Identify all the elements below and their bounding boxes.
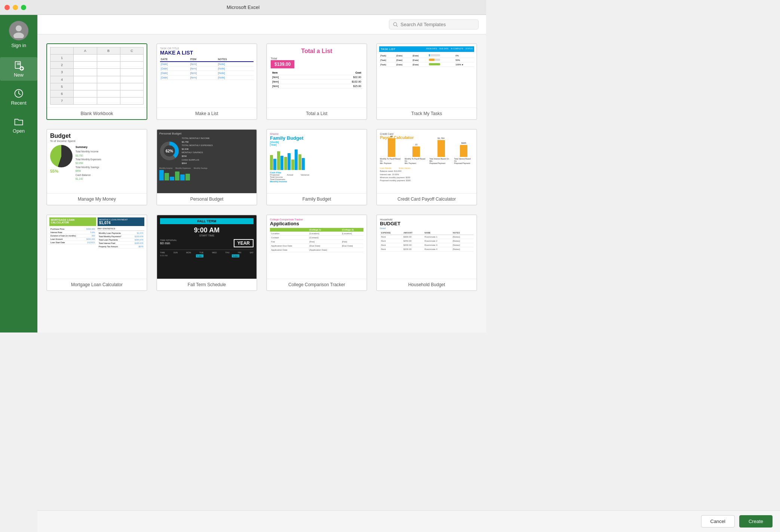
template-thumbnail-college: College Comparison Tracker Applications …	[267, 215, 366, 279]
minimize-button[interactable]	[13, 5, 18, 10]
template-thumbnail-family-budget: Shared Family Budget [Month][Year]	[267, 130, 366, 193]
search-box[interactable]	[389, 19, 479, 30]
credit-card-preview: Credit Card Payoff Calculator 40 Monthly…	[377, 130, 476, 193]
college-preview: College Comparison Tracker Applications …	[267, 215, 366, 279]
main-content: ABC 1 2 3 4 5 6 7 Blank Workbook	[37, 15, 486, 332]
open-icon	[13, 116, 24, 127]
template-thumbnail-credit-card: Credit Card Payoff Calculator 40 Monthly…	[377, 130, 476, 193]
template-thumbnail-make-list: TASK OR TITLE MAKE A LIST DATEITEMNOTES …	[157, 44, 257, 108]
blank-wb-preview: ABC 1 2 3 4 5 6 7	[47, 44, 147, 108]
title-bar: Microsoft Excel	[0, 0, 486, 15]
close-button[interactable]	[4, 5, 10, 10]
template-label-household: Household Budget	[377, 279, 476, 290]
template-label-fall-term: Fall Term Schedule	[157, 279, 257, 290]
svg-point-1	[13, 33, 24, 38]
sign-in-link[interactable]: Sign in	[11, 43, 26, 48]
template-thumbnail-household: Household BUDGET Detail EXPENSEAMOUNTNAM…	[377, 215, 476, 279]
svg-point-9	[393, 22, 397, 26]
template-thumbnail-track-tasks: TASK LIST FROM DATEDUE DATE% COMPLETESTA…	[377, 44, 476, 108]
manage-money-preview: Budget % of Income Spent 55% Summary Tot…	[47, 130, 147, 193]
sidebar-recent-label: Recent	[11, 100, 26, 106]
user-icon	[11, 23, 26, 38]
template-card-total-a-list[interactable]: Total a List Total $139.00 ItemCost [Ite…	[266, 43, 367, 120]
pie-chart	[50, 145, 73, 167]
template-card-fall-term[interactable]: FALL TERM 9:00 AM START TIME TIME INTERV…	[156, 214, 257, 291]
template-label-college: College Comparison Tracker	[267, 279, 366, 290]
template-card-make-a-list[interactable]: TASK OR TITLE MAKE A LIST DATEITEMNOTES …	[156, 43, 257, 120]
svg-text:62%: 62%	[166, 149, 173, 153]
avatar	[9, 21, 28, 40]
sidebar-open-label: Open	[13, 128, 25, 134]
track-tasks-preview: TASK LIST FROM DATEDUE DATE% COMPLETESTA…	[377, 44, 476, 108]
sidebar-item-open[interactable]: Open	[0, 113, 37, 137]
personal-budget-preview: Personal Budget 62%	[157, 130, 257, 193]
svg-point-0	[16, 25, 22, 31]
search-icon	[393, 22, 398, 27]
main-header	[37, 15, 486, 34]
donut-chart: 62%	[159, 141, 179, 161]
svg-rect-2	[15, 62, 21, 69]
template-thumbnail-total-list: Total a List Total $139.00 ItemCost [Ite…	[267, 44, 366, 108]
template-label-personal-budget: Personal Budget	[157, 193, 257, 205]
recent-icon	[13, 88, 24, 99]
app-body: Sign in New Recent Open	[0, 15, 486, 332]
make-list-preview: TASK OR TITLE MAKE A LIST DATEITEMNOTES …	[157, 44, 257, 108]
template-label-credit-card: Credit Card Payoff Calculator	[377, 193, 476, 205]
template-card-college[interactable]: College Comparison Tracker Applications …	[266, 214, 367, 291]
window-controls[interactable]	[4, 5, 26, 10]
sidebar: Sign in New Recent Open	[0, 15, 37, 332]
total-list-preview: Total a List Total $139.00 ItemCost [Ite…	[267, 44, 366, 108]
new-icon	[13, 60, 24, 71]
template-card-blank-workbook[interactable]: ABC 1 2 3 4 5 6 7 Blank Workbook	[46, 43, 147, 120]
maximize-button[interactable]	[21, 5, 26, 10]
template-label-family-budget: Family Budget	[267, 193, 366, 205]
sidebar-item-new[interactable]: New	[0, 57, 37, 81]
search-input[interactable]	[400, 22, 475, 27]
template-label-mortgage: Mortgage Loan Calculator	[47, 279, 147, 290]
template-card-credit-card[interactable]: Credit Card Payoff Calculator 40 Monthly…	[376, 129, 477, 205]
template-thumbnail-mortgage: MORTGAGE LOANCALCULATOR MONTHLY LOAN PAY…	[47, 215, 147, 279]
sidebar-item-recent[interactable]: Recent	[0, 85, 37, 109]
template-card-family-budget[interactable]: Shared Family Budget [Month][Year]	[266, 129, 367, 205]
template-card-household[interactable]: Household BUDGET Detail EXPENSEAMOUNTNAM…	[376, 214, 477, 291]
template-thumbnail-blank: ABC 1 2 3 4 5 6 7	[47, 44, 147, 108]
template-label-total-a-list: Total a List	[267, 108, 366, 119]
fall-term-preview: FALL TERM 9:00 AM START TIME TIME INTERV…	[157, 215, 257, 279]
template-thumbnail-personal-budget: Personal Budget 62%	[157, 130, 257, 193]
sidebar-new-label: New	[14, 72, 24, 78]
templates-grid-area: ABC 1 2 3 4 5 6 7 Blank Workbook	[37, 34, 486, 332]
template-label-blank-workbook: Blank Workbook	[47, 108, 147, 119]
template-thumbnail-manage-money: Budget % of Income Spent 55% Summary Tot…	[47, 130, 147, 193]
app-title: Microsoft Excel	[227, 4, 260, 10]
template-label-manage-my-money: Manage My Money	[47, 193, 147, 205]
template-thumbnail-fall-term: FALL TERM 9:00 AM START TIME TIME INTERV…	[157, 215, 257, 279]
template-card-mortgage[interactable]: MORTGAGE LOANCALCULATOR MONTHLY LOAN PAY…	[46, 214, 147, 291]
template-label-make-a-list: Make a List	[157, 108, 257, 119]
family-budget-preview: Shared Family Budget [Month][Year]	[267, 130, 366, 193]
template-card-track-my-tasks[interactable]: TASK LIST FROM DATEDUE DATE% COMPLETESTA…	[376, 43, 477, 120]
household-preview: Household BUDGET Detail EXPENSEAMOUNTNAM…	[377, 215, 476, 279]
templates-grid: ABC 1 2 3 4 5 6 7 Blank Workbook	[46, 43, 477, 291]
template-card-personal-budget[interactable]: Personal Budget 62%	[156, 129, 257, 205]
svg-line-10	[396, 25, 397, 27]
tt-header: TASK LIST FROM DATEDUE DATE% COMPLETESTA…	[379, 46, 474, 52]
mortgage-preview: MORTGAGE LOANCALCULATOR MONTHLY LOAN PAY…	[47, 215, 147, 279]
template-card-manage-my-money[interactable]: Budget % of Income Spent 55% Summary Tot…	[46, 129, 147, 205]
template-label-track-my-tasks: Track My Tasks	[377, 108, 476, 119]
